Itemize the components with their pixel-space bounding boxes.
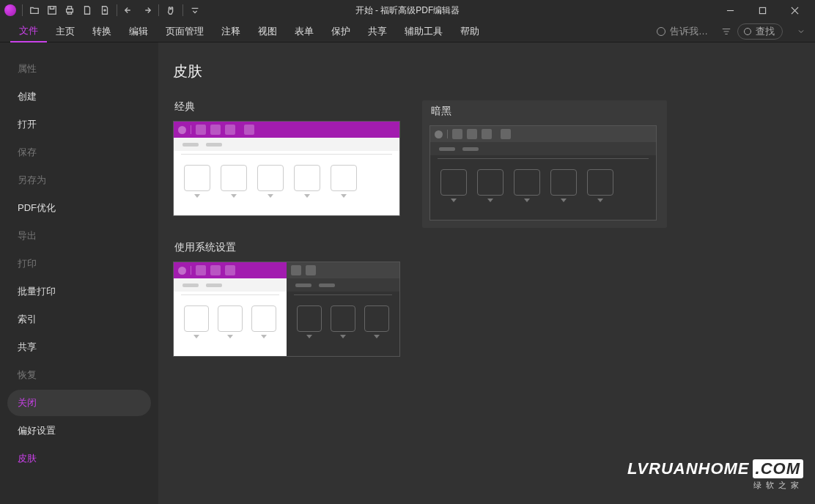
hand-icon[interactable] — [163, 3, 178, 18]
ribbon-collapse-icon[interactable] — [794, 25, 808, 38]
watermark-box: .COM — [753, 459, 803, 478]
separator — [22, 4, 23, 16]
tab-protect[interactable]: 保护 — [322, 21, 359, 42]
svg-rect-0 — [48, 7, 56, 15]
sidebar-item-preferences[interactable]: 偏好设置 — [7, 418, 151, 444]
tab-comment[interactable]: 注释 — [213, 21, 249, 42]
page-title: 皮肤 — [173, 62, 800, 81]
redo-icon[interactable] — [139, 3, 154, 18]
sidebar-item-properties[interactable]: 属性 — [7, 56, 151, 82]
tab-convert[interactable]: 转换 — [84, 21, 120, 42]
theme-label: 经典 — [173, 100, 400, 114]
theme-preview-classic — [173, 121, 400, 216]
titlebar: 开始 - 福昕高级PDF编辑器 — [0, 0, 815, 21]
app-logo-icon — [4, 4, 16, 16]
minimize-button[interactable] — [714, 0, 746, 21]
sidebar-item-print[interactable]: 打印 — [7, 251, 151, 277]
undo-icon[interactable] — [122, 3, 136, 18]
sidebar-item-saveas[interactable]: 另存为 — [7, 167, 151, 193]
theme-label: 暗黑 — [429, 105, 660, 118]
settings-filter-icon[interactable] — [720, 25, 733, 38]
tab-form[interactable]: 表单 — [286, 21, 322, 42]
sidebar-item-save[interactable]: 保存 — [7, 139, 151, 166]
content-area: 皮肤 经典 暗黑 — [158, 42, 815, 504]
theme-option-system[interactable]: 使用系统设置 — [173, 241, 400, 357]
theme-preview-system — [173, 262, 400, 357]
tab-accessibility[interactable]: 辅助工具 — [396, 21, 451, 42]
find-input[interactable]: 查找 — [737, 23, 783, 40]
ribbon-tabs: 文件 主页 转换 编辑 页面管理 注释 视图 表单 保护 共享 辅助工具 帮助 … — [0, 21, 815, 42]
tab-page-manage[interactable]: 页面管理 — [157, 21, 213, 42]
maximize-button[interactable] — [746, 0, 778, 21]
find-placeholder: 查找 — [756, 25, 775, 38]
new-doc-icon[interactable] — [80, 3, 95, 18]
svg-rect-4 — [759, 7, 765, 13]
sidebar-item-batchprint[interactable]: 批量打印 — [7, 278, 151, 305]
watermark-text: LVRUANHOME — [627, 459, 749, 478]
sidebar-item-index[interactable]: 索引 — [7, 306, 151, 333]
watermark: LVRUANHOME .COM 绿软之家 — [627, 459, 803, 491]
sidebar-item-export[interactable]: 导出 — [7, 223, 151, 249]
customize-dropdown-icon[interactable] — [188, 3, 202, 18]
sidebar-item-create[interactable]: 创建 — [7, 84, 151, 110]
theme-option-classic[interactable]: 经典 — [173, 100, 400, 228]
tell-me-placeholder: 告诉我… — [670, 25, 708, 38]
search-icon — [744, 28, 751, 35]
tab-help[interactable]: 帮助 — [451, 21, 488, 42]
close-button[interactable] — [778, 0, 811, 21]
sidebar-item-close[interactable]: 关闭 — [7, 390, 151, 416]
tab-edit[interactable]: 编辑 — [120, 21, 157, 42]
theme-label: 使用系统设置 — [173, 241, 400, 254]
tab-share[interactable]: 共享 — [359, 21, 396, 42]
sidebar-item-skin[interactable]: 皮肤 — [7, 445, 151, 472]
file-sidebar: 属性 创建 打开 保存 另存为 PDF优化 导出 打印 批量打印 索引 共享 恢… — [0, 42, 158, 504]
add-doc-icon[interactable] — [97, 3, 112, 18]
sidebar-item-optimize[interactable]: PDF优化 — [7, 195, 151, 221]
svg-rect-2 — [67, 7, 71, 10]
sidebar-item-open[interactable]: 打开 — [7, 111, 151, 138]
watermark-sub: 绿软之家 — [627, 480, 803, 491]
separator — [158, 4, 159, 16]
sidebar-item-restore[interactable]: 恢复 — [7, 362, 151, 388]
tab-view[interactable]: 视图 — [249, 21, 286, 42]
separator — [117, 4, 117, 16]
sidebar-item-share[interactable]: 共享 — [7, 334, 151, 360]
open-icon[interactable] — [27, 3, 42, 18]
tab-home[interactable]: 主页 — [47, 21, 84, 42]
search-icon — [657, 27, 665, 36]
save-icon[interactable] — [45, 3, 59, 18]
tab-file[interactable]: 文件 — [10, 21, 47, 42]
tell-me-input[interactable]: 告诉我… — [657, 25, 708, 38]
theme-preview-dark — [429, 125, 657, 220]
svg-rect-3 — [67, 12, 71, 15]
separator — [182, 4, 183, 16]
window-title: 开始 - 福昕高级PDF编辑器 — [355, 4, 460, 17]
print-icon[interactable] — [62, 3, 77, 18]
theme-option-dark[interactable]: 暗黑 — [422, 100, 667, 228]
